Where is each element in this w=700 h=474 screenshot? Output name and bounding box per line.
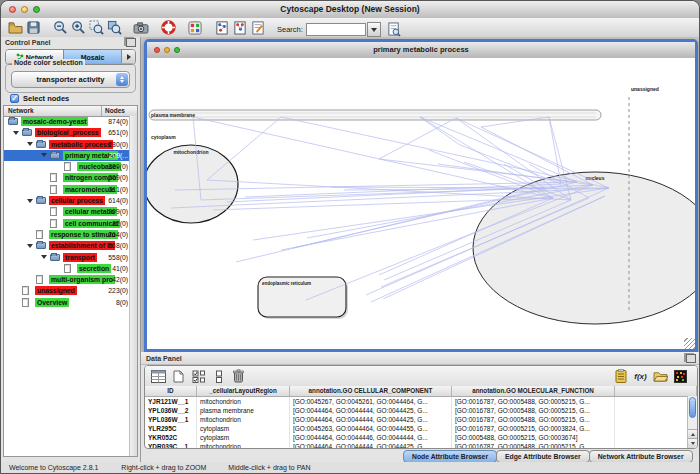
search-dropdown-button[interactable] <box>367 22 381 37</box>
disclosure-triangle-icon[interactable] <box>41 255 47 259</box>
frame-close-button[interactable] <box>154 47 160 53</box>
frame-zoom-button[interactable] <box>174 47 180 53</box>
open-attribute-file-icon[interactable] <box>652 368 669 384</box>
help-icon[interactable] <box>159 19 177 36</box>
tree-row[interactable]: multi-organism pro42(0) <box>4 274 130 285</box>
table-cell: [GO:0044464, GO:0044444, GO:0044425, G..… <box>290 415 452 424</box>
network-view-frame: primary metabolic process plasma membran… <box>144 39 698 352</box>
table-row[interactable]: YJR121W__1mitochondrion[GO:0045267, GO:0… <box>145 397 697 406</box>
region-label: mitochondrion <box>174 149 209 155</box>
folder-icon <box>36 242 46 249</box>
table-row[interactable]: YKR052Ccytoplasm[GO:0044464, GO:0044446,… <box>145 433 697 442</box>
tree-row[interactable]: biological_process651(0) <box>4 127 130 138</box>
disclosure-triangle-icon[interactable] <box>27 199 33 203</box>
table-row[interactable]: YPL036W__2plasma membrane[GO:0044464, GO… <box>145 406 697 415</box>
float-panel-icon[interactable] <box>686 354 696 363</box>
tree-row[interactable]: cellular process614(0) <box>4 195 130 206</box>
scrollbar-thumb[interactable] <box>689 397 696 418</box>
open-session-icon[interactable] <box>6 19 24 36</box>
advanced-search-icon[interactable] <box>385 21 403 38</box>
scroll-down-button[interactable] <box>688 438 697 448</box>
column-header[interactable]: ID <box>145 386 197 396</box>
import-table-icon[interactable] <box>231 19 249 36</box>
tree-row[interactable]: metabolic process280(0) <box>4 139 130 150</box>
zoom-fit-icon[interactable] <box>105 19 123 36</box>
tree-row[interactable]: response to stimulu264(0) <box>4 229 130 240</box>
table-row[interactable]: YDR039C__1mitochondrion[GO:0044464, GO:0… <box>145 442 697 449</box>
disclosure-triangle-icon[interactable] <box>27 142 33 146</box>
window-titlebar[interactable]: Cytoscape Desktop (New Session) <box>1 1 699 19</box>
table-scrollbar[interactable] <box>687 396 697 448</box>
delete-attribute-icon[interactable] <box>230 368 247 384</box>
new-attribute-icon[interactable] <box>170 368 187 384</box>
tree-row[interactable]: mosaic-demo-yeast874(0) <box>4 116 130 127</box>
zoom-in-icon[interactable] <box>69 19 87 36</box>
frame-minimize-button[interactable] <box>164 47 170 53</box>
graph-edge[interactable] <box>331 187 545 188</box>
control-panel-header: Control Panel <box>1 37 140 48</box>
table-row[interactable]: YLR295Ccytoplasm[GO:0045263, GO:0044464,… <box>145 424 697 433</box>
graph-edge[interactable] <box>379 118 456 159</box>
vizmapper-icon[interactable] <box>186 19 204 36</box>
tree-row[interactable]: secretion41(0) <box>4 263 130 274</box>
snapshot-icon[interactable] <box>132 19 150 36</box>
float-panel-icon[interactable] <box>126 38 136 47</box>
tree-column-nodes[interactable]: Nodes <box>101 106 137 116</box>
disclosure-triangle-icon[interactable] <box>13 131 19 135</box>
window-title: Cytoscape Desktop (New Session) <box>1 1 699 18</box>
tree-row[interactable]: cellular metabo209(0) <box>4 206 130 217</box>
tree-scrollbar[interactable] <box>129 116 137 456</box>
network-canvas[interactable]: plasma membranecytoplasmmitochondrionnuc… <box>147 58 695 349</box>
tree-row[interactable]: macromolecule311(0) <box>4 184 130 195</box>
node-color-dropdown[interactable]: transporter activity <box>11 71 130 88</box>
tree-row[interactable]: establishment of lo558(0) <box>4 240 130 251</box>
graph-edge[interactable] <box>504 164 545 188</box>
search-label: Search: <box>277 25 303 34</box>
graph-edge[interactable] <box>549 117 561 184</box>
formula-builder-icon[interactable]: f(x) <box>632 368 649 384</box>
tree-column-network[interactable]: Network <box>4 106 101 116</box>
unselect-attributes-icon[interactable] <box>210 368 227 384</box>
status-bar: Welcome to Cytoscape 2.8.1 Right-click +… <box>1 462 699 473</box>
tree-row[interactable]: primary metabo209(... <box>4 150 130 161</box>
import-attributes-icon[interactable] <box>612 368 629 384</box>
graph-edge[interactable] <box>420 117 553 198</box>
search-group: Search: <box>277 21 403 38</box>
select-nodes-checkbox[interactable] <box>10 94 19 103</box>
tab-overflow-button[interactable] <box>122 50 135 64</box>
search-input[interactable] <box>306 23 366 36</box>
resize-grip[interactable] <box>684 338 695 349</box>
data-panel: Data Panel <box>141 352 700 464</box>
disclosure-triangle-icon[interactable] <box>41 153 47 157</box>
disclosure-triangle-icon[interactable] <box>27 244 33 248</box>
attribute-table-icon[interactable] <box>150 368 167 384</box>
graph-edge[interactable] <box>207 117 281 180</box>
annotation-icon[interactable] <box>249 19 267 36</box>
table-row[interactable]: YPL036W__1mitochondrion[GO:0044464, GO:0… <box>145 415 697 424</box>
table-cell: [GO:0044464, GO:0044446, GO:0044444, G..… <box>290 433 452 442</box>
close-button[interactable] <box>9 6 16 13</box>
save-session-icon[interactable] <box>24 19 42 36</box>
attribute-toolbar: f(x) <box>145 366 697 387</box>
tree-node-count: 558(0) <box>108 241 128 250</box>
import-network-icon[interactable] <box>213 19 231 36</box>
zoom-button[interactable] <box>33 6 40 13</box>
column-header[interactable]: annotation.GO MOLECULAR_FUNCTION <box>452 386 615 396</box>
chevron-down-icon <box>371 28 377 32</box>
zoom-selected-icon[interactable] <box>87 19 105 36</box>
tree-row[interactable]: cell communicat22(0) <box>4 218 130 229</box>
tree-row[interactable]: Overview8(0) <box>4 297 130 308</box>
tree-row[interactable]: transport558(0) <box>4 252 130 263</box>
tree-node-count: 280(0) <box>108 140 128 149</box>
tree-node-count: 22(0) <box>112 219 128 228</box>
column-header[interactable]: _cellularLayoutRegion <box>197 386 290 396</box>
zoom-out-icon[interactable] <box>51 19 69 36</box>
network-view-titlebar[interactable]: primary metabolic process <box>147 42 695 59</box>
column-header[interactable]: annotation.GO CELLULAR_COMPONENT <box>290 386 452 396</box>
minimize-button[interactable] <box>21 6 28 13</box>
matrix-view-icon[interactable] <box>672 368 689 384</box>
tree-row[interactable]: unassigned223(0) <box>4 285 130 296</box>
select-attributes-icon[interactable] <box>190 368 207 384</box>
tree-row[interactable]: nitrogen compo209(0) <box>4 172 130 183</box>
tree-row[interactable]: nucleobase-209(0) <box>4 161 130 172</box>
